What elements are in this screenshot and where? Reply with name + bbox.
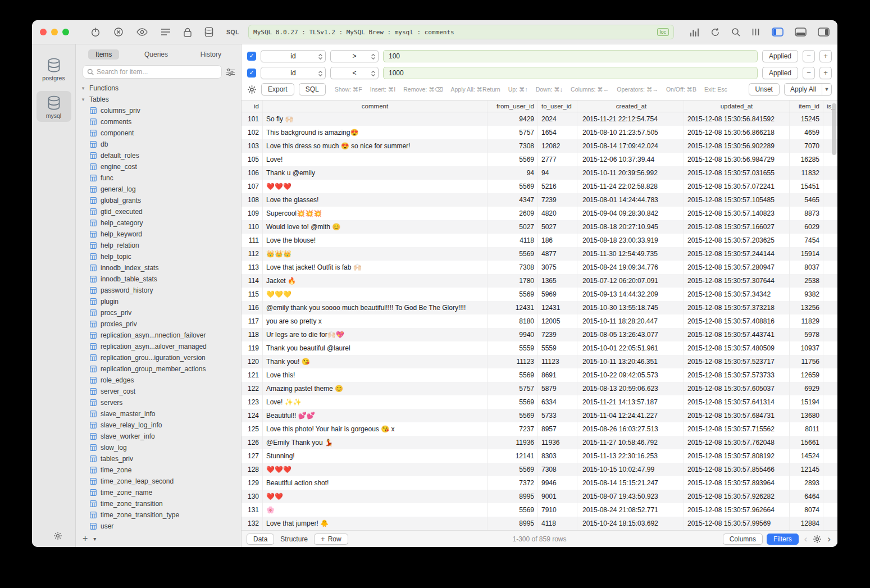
cell-id[interactable]: 120 [242, 355, 263, 368]
cell-item-id[interactable]: 12145 [790, 463, 823, 476]
cell-from-user-id[interactable]: 5569 [488, 368, 538, 382]
cell-item-id[interactable]: 14524 [790, 449, 823, 463]
sidebar-table-item[interactable]: replication_grou...iguration_version [76, 352, 241, 363]
cell-updated-at[interactable]: 2015-12-08 15:30:57.105485 [684, 193, 790, 207]
cell-from-user-id[interactable]: 11123 [488, 355, 538, 368]
cell-from-user-id[interactable]: 5559 [488, 341, 538, 355]
column-header-to-user-id[interactable]: to_user_id [538, 101, 577, 112]
cell-created-at[interactable]: 2015-10-22 09:42:05.573 [577, 368, 684, 382]
cell-from-user-id[interactable]: 5027 [488, 220, 538, 234]
cell-updated-at[interactable]: 2015-12-08 15:30:56.902289 [684, 139, 790, 153]
toggle-left-panel-icon[interactable] [772, 28, 784, 37]
cell-item-id[interactable]: 13680 [790, 409, 823, 422]
cell-to-user-id[interactable]: 12005 [538, 314, 577, 328]
cell-to-user-id[interactable]: 9001 [538, 490, 577, 503]
cell-item-id[interactable]: 11829 [790, 314, 823, 328]
filter-settings-gear-icon[interactable] [247, 85, 257, 94]
cell-created-at[interactable]: 2015-11-21 14:13:57.187 [577, 395, 684, 409]
cell-to-user-id[interactable]: 5879 [538, 382, 577, 395]
sidebar-table-item[interactable]: innodb_table_stats [76, 274, 241, 285]
cell-item-id[interactable]: 8037 [790, 261, 823, 274]
cell-comment[interactable]: Love! ✨✨ [263, 395, 488, 409]
cell-comment[interactable]: ❤️❤️ [263, 490, 488, 503]
cell-id[interactable]: 106 [242, 166, 263, 180]
cell-item-id[interactable]: 12659 [790, 368, 823, 382]
cell-item-id[interactable]: 8074 [790, 503, 823, 517]
sidebar-table-item[interactable]: db [76, 139, 241, 150]
cell-item-id[interactable]: 9382 [790, 288, 823, 301]
applied-button[interactable]: Applied [762, 50, 798, 62]
cell-item-id[interactable]: 10937 [790, 341, 823, 355]
cell-comment[interactable]: This background is amazing😍 [263, 126, 488, 139]
cell-is[interactable] [823, 166, 837, 180]
sidebar-table-item[interactable]: slave_worker_info [76, 431, 241, 442]
cell-id[interactable]: 109 [242, 207, 263, 220]
cell-is[interactable] [823, 382, 837, 395]
sidebar-table-item[interactable]: columns_priv [76, 105, 241, 116]
database-icon[interactable] [204, 27, 213, 37]
cell-updated-at[interactable]: 2015-12-08 15:30:56.866218 [684, 126, 790, 139]
cell-to-user-id[interactable]: 5969 [538, 288, 577, 301]
sidebar-table-item[interactable]: replication_asyn...nnection_failover [76, 330, 241, 341]
cell-item-id[interactable]: 4659 [790, 126, 823, 139]
cell-to-user-id[interactable]: 5027 [538, 220, 577, 234]
cell-to-user-id[interactable]: 7239 [538, 328, 577, 341]
grid-settings-gear-icon[interactable] [813, 535, 822, 544]
tab-queries[interactable]: Queries [137, 49, 175, 60]
cell-created-at[interactable]: 2015-10-11 13:20:46.351 [577, 355, 684, 368]
close-window-button[interactable] [40, 29, 47, 35]
cell-item-id[interactable]: 15661 [790, 436, 823, 449]
column-header-updated-at[interactable]: updated_at [684, 101, 790, 112]
cell-updated-at[interactable]: 2015-12-08 15:30:57.166027 [684, 220, 790, 234]
cell-comment[interactable]: Love that jacket! Outfit is fab 🙌🏻 [263, 261, 488, 274]
cell-is[interactable] [823, 463, 837, 476]
cell-item-id[interactable]: 5978 [790, 328, 823, 341]
cell-id[interactable]: 127 [242, 449, 263, 463]
cell-created-at[interactable]: 2015-08-18 23:00:33.919 [577, 234, 684, 247]
cell-item-id[interactable]: 6464 [790, 490, 823, 503]
chevron-right-icon[interactable]: › [826, 534, 832, 544]
cell-is[interactable] [823, 395, 837, 409]
sidebar-table-item[interactable]: replication_group_member_actions [76, 363, 241, 375]
cell-comment[interactable]: 💛💛💛 [263, 288, 488, 301]
toggle-right-panel-icon[interactable] [818, 28, 830, 37]
cell-id[interactable]: 107 [242, 180, 263, 193]
filter-adjust-icon[interactable] [226, 69, 235, 76]
cell-updated-at[interactable]: 2015-12-08 15:30:57.99569 [684, 517, 790, 530]
cell-item-id[interactable]: 8011 [790, 422, 823, 436]
cell-item-id[interactable]: 5465 [790, 193, 823, 207]
cell-id[interactable]: 129 [242, 476, 263, 490]
cell-from-user-id[interactable]: 8995 [488, 517, 538, 530]
cell-item-id[interactable]: 2538 [790, 274, 823, 288]
cell-updated-at[interactable]: 2015-12-08 15:30:57.480509 [684, 341, 790, 355]
cell-item-id[interactable]: 2893 [790, 476, 823, 490]
cell-created-at[interactable]: 2015-09-04 09:28:30.842 [577, 207, 684, 220]
cell-from-user-id[interactable]: 4118 [488, 234, 538, 247]
cell-created-at[interactable]: 2015-08-10 21:23:57.505 [577, 126, 684, 139]
sidebar-table-item[interactable]: global_grants [76, 195, 241, 206]
cell-from-user-id[interactable]: 12431 [488, 301, 538, 314]
sidebar-table-item[interactable]: password_history [76, 285, 241, 296]
remove-filter-button[interactable]: − [803, 67, 815, 79]
sidebar-table-item[interactable]: help_relation [76, 240, 241, 251]
cell-created-at[interactable]: 2015-08-07 19:43:50.923 [577, 490, 684, 503]
sidebar-table-item[interactable]: help_category [76, 217, 241, 229]
sidebar-table-item[interactable]: procs_priv [76, 307, 241, 318]
cell-comment[interactable]: ❤️❤️❤️ [263, 463, 488, 476]
cell-to-user-id[interactable]: 4118 [538, 517, 577, 530]
cell-id[interactable]: 132 [242, 517, 263, 530]
cell-updated-at[interactable]: 2015-12-08 15:30:57.855466 [684, 463, 790, 476]
disconnect-icon[interactable] [113, 27, 124, 37]
cell-updated-at[interactable]: 2015-12-08 15:30:57.140823 [684, 207, 790, 220]
cell-created-at[interactable]: 2015-08-01 14:24:44.783 [577, 193, 684, 207]
chevron-left-icon[interactable]: ‹ [803, 534, 809, 544]
cell-id[interactable]: 130 [242, 490, 263, 503]
cell-from-user-id[interactable]: 5569 [488, 180, 538, 193]
cell-from-user-id[interactable]: 4347 [488, 193, 538, 207]
cell-is[interactable] [823, 301, 837, 314]
cell-created-at[interactable]: 2015-08-05 13:26:43.077 [577, 328, 684, 341]
cell-is[interactable] [823, 274, 837, 288]
cell-to-user-id[interactable]: 6334 [538, 395, 577, 409]
lock-icon[interactable] [184, 28, 192, 37]
cell-comment[interactable]: @emily thank you soooo much beautiful!!!… [263, 301, 488, 314]
